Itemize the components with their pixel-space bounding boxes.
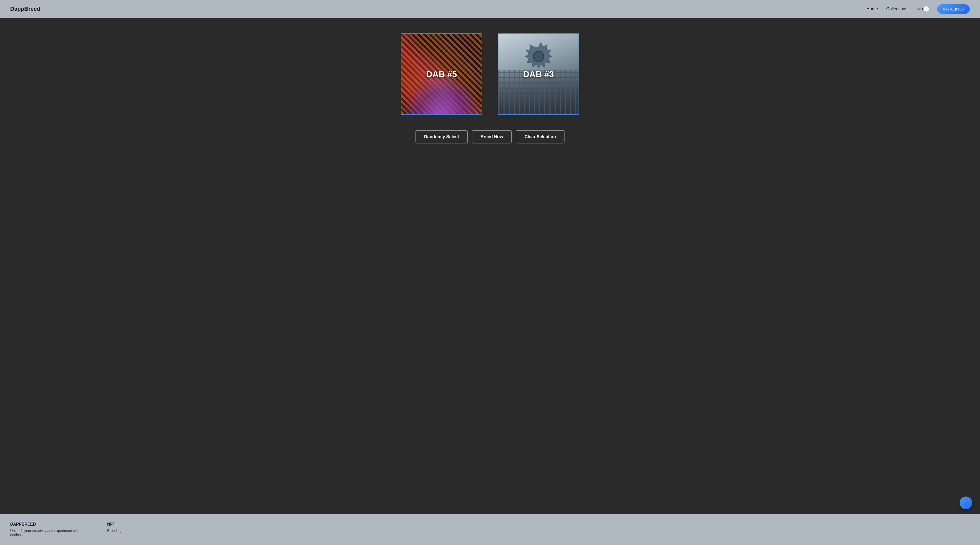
footer-left: DAPPBREED Unleash your creativity and ex… (10, 522, 87, 537)
fab-button[interactable]: + (959, 497, 972, 509)
lab-badge: 2 (924, 6, 929, 11)
clear-selection-button[interactable]: Clear Selection (516, 130, 565, 143)
nft-card-5[interactable]: DAB #5 (401, 33, 482, 115)
footer-right-text: Breeding (107, 529, 121, 533)
nav-links: Home Collections Lab 2 0x90...b906 (866, 4, 970, 14)
buttons-row: Randomly Select Breed Now Clear Selectio… (415, 130, 565, 143)
nft-5-label: DAB #5 (426, 69, 457, 79)
main-content: DAB #5 DAB #3 Randomly Select Breed Now … (0, 18, 980, 515)
breed-now-button[interactable]: Breed Now (472, 130, 512, 143)
brand-logo[interactable]: DappBreed (10, 6, 40, 12)
wallet-button[interactable]: 0x90...b906 (937, 4, 970, 14)
footer-left-text: Unleash your creativity and experiment w… (10, 529, 87, 537)
navbar: DappBreed Home Collections Lab 2 0x90...… (0, 0, 980, 18)
nft-3-label: DAB #3 (523, 69, 554, 79)
nft-card-3[interactable]: DAB #3 (498, 33, 579, 115)
randomly-select-button[interactable]: Randomly Select (415, 130, 468, 143)
nav-lab[interactable]: Lab 2 (916, 6, 929, 11)
footer: DAPPBREED Unleash your creativity and ex… (0, 515, 980, 545)
svg-point-0 (533, 51, 544, 62)
nft-cards-row: DAB #5 DAB #3 (401, 33, 579, 115)
footer-right: NFT Breeding (107, 522, 121, 537)
footer-right-title: NFT (107, 522, 121, 527)
nav-home[interactable]: Home (866, 6, 878, 11)
nav-collections[interactable]: Collections (886, 6, 907, 11)
footer-left-title: DAPPBREED (10, 522, 87, 527)
nft-5-glow (401, 74, 482, 114)
